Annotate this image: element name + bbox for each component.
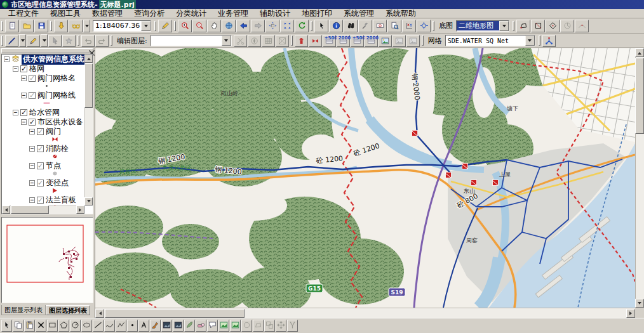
picture-green-2-button[interactable]	[230, 320, 241, 332]
scroll-right-button[interactable]	[76, 206, 84, 214]
tree-item-reducer[interactable]: 变径点	[2, 178, 84, 188]
move-button[interactable]	[276, 320, 286, 332]
expand-minus-icon[interactable]	[21, 119, 27, 125]
scroll-down-button[interactable]	[635, 299, 644, 308]
map-vertical-scrollbar[interactable]	[635, 48, 644, 308]
valve-tool-button[interactable]	[309, 35, 322, 47]
menu-item-statistics[interactable]: 分类统计	[170, 9, 212, 18]
map-canvas[interactable]: G15 S19 钢 1200 钢 1200 砼 1200 砼 1200 钢 20…	[95, 48, 635, 308]
clear-selection-button[interactable]	[62, 35, 76, 47]
expand-minus-icon[interactable]	[13, 110, 18, 115]
split-line-button[interactable]	[234, 35, 247, 47]
polygon-select-button[interactable]	[253, 320, 264, 332]
tree-item-node[interactable]: 节点	[2, 161, 84, 171]
expand-minus-icon[interactable]	[21, 75, 27, 81]
scroll-up-button[interactable]	[84, 55, 93, 63]
layer-checkbox[interactable]	[37, 197, 44, 204]
basemap-combo-dropdown[interactable]	[499, 21, 509, 31]
browse-data-dropdown[interactable]	[83, 20, 90, 32]
open-project-button[interactable]	[20, 20, 34, 32]
feather-button[interactable]	[184, 320, 195, 332]
refresh-button[interactable]	[295, 20, 309, 32]
tree-item-hydrant[interactable]: 消防栓	[2, 144, 84, 153]
toolbar-grip[interactable]	[111, 36, 112, 46]
scroll-left-button[interactable]	[95, 309, 104, 318]
annotate-rect-button[interactable]	[531, 20, 545, 32]
group-button[interactable]	[264, 320, 275, 332]
scroll-up-button[interactable]	[635, 48, 644, 57]
tree-item-grid[interactable]: 格网	[2, 64, 84, 74]
toolbar-grip[interactable]	[539, 36, 540, 46]
menu-item-business[interactable]: 业务管理	[212, 9, 254, 18]
panel-close-button[interactable]	[88, 49, 92, 53]
expand-minus-icon[interactable]	[29, 180, 35, 186]
full-extent-button[interactable]	[222, 20, 236, 32]
scale-combo[interactable]: 1:184067.36	[93, 20, 151, 32]
redo-button[interactable]	[95, 35, 109, 47]
layer-checkbox[interactable]	[37, 128, 44, 135]
browse-data-button[interactable]	[69, 20, 83, 32]
tree-vertical-scrollbar[interactable]	[84, 55, 93, 206]
select-tool-button[interactable]	[314, 20, 328, 32]
toolbar-grip[interactable]	[154, 21, 156, 31]
attribute-table-button[interactable]	[262, 35, 275, 47]
layer-checkbox[interactable]	[37, 180, 44, 186]
previous-view-button[interactable]	[236, 20, 250, 32]
zoom-to-extent-button[interactable]	[265, 20, 279, 32]
node-edit-button[interactable]	[287, 320, 298, 332]
layer-checkbox[interactable]	[29, 92, 36, 99]
expand-minus-icon[interactable]	[29, 129, 35, 134]
scroll-right-button[interactable]	[626, 309, 635, 318]
toolbar-grip[interactable]	[1, 21, 3, 31]
tree-item-city-equipment[interactable]: 市区供水设备	[2, 117, 84, 127]
scale-combo-dropdown[interactable]	[141, 21, 151, 31]
draw-copy-button[interactable]	[13, 320, 23, 332]
panel-header[interactable]	[1, 48, 93, 53]
draw-ellipse-button[interactable]	[81, 320, 92, 332]
menu-item-project[interactable]: 工程文件	[3, 9, 44, 18]
draw-text-button[interactable]	[138, 320, 149, 332]
insert-image-2-button[interactable]	[173, 320, 184, 332]
toolbar-grip[interactable]	[422, 36, 424, 46]
new-project-button[interactable]	[5, 20, 19, 32]
toolbar-grip[interactable]	[50, 21, 52, 31]
tree-item-valve[interactable]: 阀门	[2, 127, 84, 136]
draw-rect-button[interactable]	[47, 320, 58, 332]
menu-item-help[interactable]: 系统帮助	[380, 9, 422, 18]
map-sheet-button[interactable]	[276, 35, 289, 47]
print-map-button[interactable]	[406, 35, 420, 47]
edit-layer-combo[interactable]	[151, 35, 232, 46]
overview-window-button[interactable]	[387, 20, 401, 32]
layer-checkbox[interactable]	[37, 162, 44, 169]
draw-polygon-button[interactable]	[58, 320, 69, 332]
buffer-2000-button[interactable]: 2000	[337, 35, 350, 47]
import-data-button[interactable]	[54, 20, 68, 32]
buffer-500b-button[interactable]: ±500	[351, 35, 364, 47]
find-button[interactable]	[344, 20, 358, 32]
sketch-tool-dropdown[interactable]	[19, 34, 26, 47]
menu-item-design[interactable]: 辅助设计	[254, 9, 296, 18]
insert-image-button[interactable]	[161, 320, 172, 332]
zoom-in-button[interactable]	[178, 20, 192, 32]
menu-item-view[interactable]: 视图工具	[44, 9, 86, 18]
scroll-thumb[interactable]	[84, 63, 93, 108]
center-point-button[interactable]	[417, 20, 431, 32]
basemap-combo[interactable]: 二维地形图	[456, 20, 509, 32]
hydrant-tool-button[interactable]	[295, 35, 308, 47]
tree-item-water-network[interactable]: 给水管网	[2, 108, 84, 117]
layer-checkbox[interactable]	[20, 109, 27, 116]
network-combo-dropdown[interactable]	[525, 36, 535, 46]
measure-scale-button[interactable]	[158, 20, 172, 32]
snapshot-button[interactable]	[379, 35, 392, 47]
map-viewport[interactable]: G15 S19 钢 1200 钢 1200 砼 1200 砼 1200 钢 20…	[95, 48, 644, 318]
draw-paste-button[interactable]	[24, 320, 35, 332]
buffer-2000b-button[interactable]: 2000	[365, 35, 378, 47]
draw-line-button[interactable]	[93, 320, 104, 332]
save-project-button[interactable]	[34, 20, 48, 32]
toolbar-grip[interactable]	[1, 36, 3, 46]
direction-button[interactable]	[248, 35, 261, 47]
annotate-polygon-button[interactable]	[516, 20, 530, 32]
expand-minus-icon[interactable]	[29, 146, 35, 152]
draw-circle-button[interactable]	[70, 320, 81, 332]
toolbar-grip[interactable]	[77, 36, 79, 46]
